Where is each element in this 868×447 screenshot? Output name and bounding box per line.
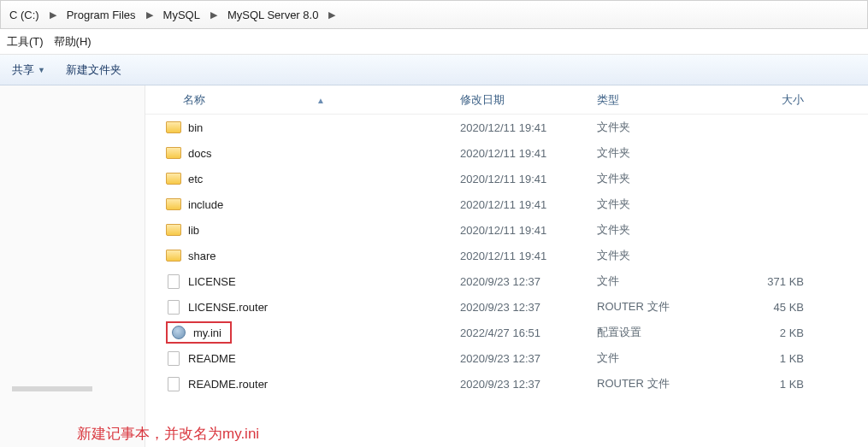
file-type: 文件夹 <box>590 248 718 263</box>
breadcrumb-mysql-server[interactable]: MySQL Server 8.0 <box>222 6 323 24</box>
chevron-right-icon: ▶ <box>146 9 153 21</box>
file-name: include <box>188 198 223 211</box>
file-icon <box>166 273 181 289</box>
file-date: 2020/9/23 12:37 <box>453 378 590 391</box>
col-type[interactable]: 类型 <box>590 92 718 108</box>
chevron-right-icon: ▶ <box>50 9 56 21</box>
file-icon <box>166 350 181 366</box>
file-row[interactable]: LICENSE.router2020/9/23 12:37ROUTER 文件45… <box>145 294 868 320</box>
file-type: 文件夹 <box>590 222 718 238</box>
nav-sidebar <box>0 85 145 447</box>
folder-icon <box>166 171 181 186</box>
file-type: 文件 <box>590 273 718 289</box>
file-name: lib <box>188 224 199 237</box>
file-row[interactable]: include2020/12/11 19:41文件夹 <box>145 191 868 217</box>
chevron-right-icon: ▶ <box>210 9 217 21</box>
file-size: 45 KB <box>718 301 821 314</box>
file-type: ROUTER 文件 <box>590 376 718 391</box>
file-row[interactable]: docs2020/12/11 19:41文件夹 <box>145 140 868 166</box>
col-name[interactable]: 名称▲ <box>145 92 453 108</box>
file-date: 2020/12/11 19:41 <box>453 173 590 185</box>
dropdown-icon: ▼ <box>38 66 45 74</box>
file-name: my.ini <box>193 326 221 339</box>
breadcrumb[interactable]: C (C:)▶ Program Files▶ MySQL▶ MySQL Serv… <box>0 0 868 29</box>
file-date: 2020/9/23 12:37 <box>453 275 590 288</box>
share-button[interactable]: 共享 ▼ <box>12 62 45 78</box>
file-row[interactable]: LICENSE2020/9/23 12:37文件371 KB <box>145 268 868 294</box>
file-name: README <box>188 352 236 365</box>
file-list: bin2020/12/11 19:41文件夹docs2020/12/11 19:… <box>145 115 868 397</box>
file-name: share <box>188 250 216 262</box>
sidebar-scrollbar[interactable] <box>12 386 92 391</box>
file-date: 2020/12/11 19:41 <box>453 250 590 262</box>
file-name: etc <box>188 173 203 185</box>
file-type: 配置设置 <box>590 325 718 340</box>
file-date: 2022/4/27 16:51 <box>453 326 590 339</box>
col-date[interactable]: 修改日期 <box>453 92 590 108</box>
file-date: 2020/9/23 12:37 <box>453 352 590 365</box>
file-type: 文件 <box>590 350 718 366</box>
file-type: 文件夹 <box>590 197 718 212</box>
menu-bar: 工具(T) 帮助(H) <box>0 29 868 55</box>
file-size: 1 KB <box>718 378 821 391</box>
file-date: 2020/12/11 19:41 <box>453 224 590 237</box>
file-name: LICENSE.router <box>188 301 268 314</box>
new-folder-button[interactable]: 新建文件夹 <box>66 62 121 78</box>
folder-icon <box>166 222 181 238</box>
file-type: ROUTER 文件 <box>590 299 718 315</box>
file-date: 2020/12/11 19:41 <box>453 198 590 211</box>
file-row[interactable]: share2020/12/11 19:41文件夹 <box>145 243 868 268</box>
file-type: 文件夹 <box>590 145 718 161</box>
file-date: 2020/9/23 12:37 <box>453 301 590 314</box>
chevron-right-icon: ▶ <box>328 9 335 21</box>
file-row[interactable]: bin2020/12/11 19:41文件夹 <box>145 115 868 140</box>
file-date: 2020/12/11 19:41 <box>453 147 590 160</box>
col-size[interactable]: 大小 <box>718 92 821 108</box>
file-size: 371 KB <box>718 275 821 288</box>
file-row[interactable]: README2020/9/23 12:37文件1 KB <box>145 345 868 371</box>
breadcrumb-drive[interactable]: C (C:) <box>4 6 44 24</box>
file-date: 2020/12/11 19:41 <box>453 121 590 134</box>
file-row[interactable]: README.router2020/9/23 12:37ROUTER 文件1 K… <box>145 371 868 397</box>
file-size: 2 KB <box>718 326 821 339</box>
file-row[interactable]: my.ini2022/4/27 16:51配置设置2 KB <box>145 320 868 345</box>
file-row[interactable]: lib2020/12/11 19:41文件夹 <box>145 217 868 243</box>
breadcrumb-mysql[interactable]: MySQL <box>158 6 205 24</box>
folder-icon <box>166 248 181 263</box>
breadcrumb-program-files[interactable]: Program Files <box>62 6 141 24</box>
folder-icon <box>166 145 181 161</box>
sort-asc-icon: ▲ <box>316 96 325 105</box>
folder-icon <box>166 197 181 212</box>
menu-tools[interactable]: 工具(T) <box>7 34 44 50</box>
annotation-text: 新建记事本，并改名为my.ini <box>77 424 259 444</box>
file-name: bin <box>188 121 203 134</box>
file-icon <box>166 299 181 315</box>
file-type: 文件夹 <box>590 120 718 135</box>
file-row[interactable]: etc2020/12/11 19:41文件夹 <box>145 166 868 191</box>
column-headers: 名称▲ 修改日期 类型 大小 <box>145 85 868 115</box>
folder-icon <box>166 120 181 135</box>
file-name: LICENSE <box>188 275 236 288</box>
file-name: README.router <box>188 378 268 391</box>
file-size: 1 KB <box>718 352 821 365</box>
menu-help[interactable]: 帮助(H) <box>54 34 92 50</box>
file-type: 文件夹 <box>590 171 718 186</box>
ini-icon <box>171 325 186 340</box>
toolbar: 共享 ▼ 新建文件夹 <box>0 55 868 85</box>
file-icon <box>166 376 181 391</box>
file-name: docs <box>188 147 211 160</box>
